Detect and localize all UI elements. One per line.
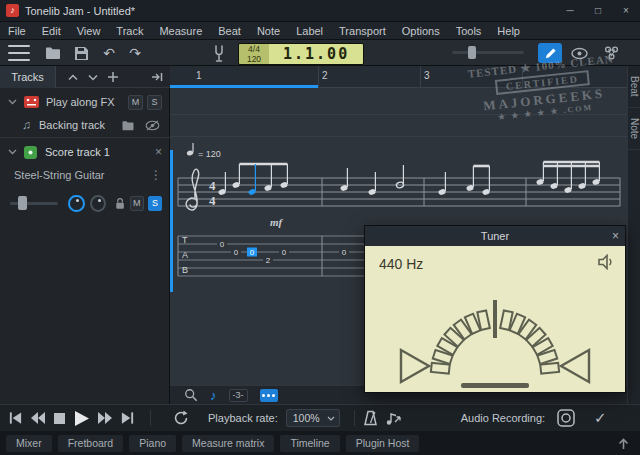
titlebar: ♪ Tonelib Jam - Untitled* ─ □ × bbox=[0, 0, 640, 22]
record-icon[interactable] bbox=[557, 409, 575, 427]
position-display: 4/4 120 1.1.00 bbox=[238, 43, 364, 65]
menu-beat[interactable]: Beat bbox=[210, 24, 249, 38]
menu-measure[interactable]: Measure bbox=[151, 24, 210, 38]
collapse-panel-icon[interactable] bbox=[148, 69, 166, 85]
side-tab-note[interactable]: Note bbox=[628, 108, 640, 150]
tab-letter: B bbox=[182, 265, 188, 275]
stop-icon[interactable] bbox=[53, 412, 66, 425]
menu-note[interactable]: Note bbox=[249, 24, 288, 38]
playback-rate-select[interactable]: 100% bbox=[286, 409, 340, 427]
expand-chevron-icon[interactable] bbox=[8, 99, 17, 105]
track-row-score-track[interactable]: Score track 1 × bbox=[0, 140, 170, 164]
menu-edit[interactable]: Edit bbox=[34, 24, 69, 38]
window-title: Tonelib Jam - Untitled* bbox=[25, 5, 135, 17]
load-file-icon[interactable] bbox=[121, 120, 135, 131]
tab-number[interactable]: 2 bbox=[266, 256, 271, 265]
menu-file[interactable]: File bbox=[0, 24, 34, 38]
pan-knob[interactable] bbox=[68, 195, 84, 212]
time-signature-display: 4/4 120 bbox=[239, 44, 269, 64]
hamburger-menu-icon[interactable] bbox=[8, 45, 30, 61]
solo-button[interactable]: S bbox=[148, 196, 162, 211]
skip-to-end-icon[interactable] bbox=[120, 411, 135, 425]
redo-icon[interactable]: ↷ bbox=[126, 45, 144, 61]
expand-up-icon[interactable] bbox=[617, 437, 630, 450]
tuner-close-icon[interactable]: × bbox=[612, 226, 619, 246]
tab-number[interactable]: 0 bbox=[220, 240, 225, 249]
tuner-gauge bbox=[365, 246, 625, 392]
solo-button[interactable]: S bbox=[147, 95, 162, 110]
mute-button[interactable]: M bbox=[128, 95, 143, 110]
close-track-icon[interactable]: × bbox=[155, 145, 162, 159]
triplet-icon[interactable]: -3- bbox=[229, 389, 248, 402]
skip-to-start-icon[interactable] bbox=[8, 411, 23, 425]
move-track-up-icon[interactable] bbox=[64, 69, 82, 85]
play-icon[interactable] bbox=[73, 410, 90, 427]
app-logo-icon: ♪ bbox=[6, 4, 19, 17]
zoom-slider-handle[interactable] bbox=[468, 46, 476, 59]
rewind-icon[interactable] bbox=[30, 411, 46, 425]
mute-button[interactable]: M bbox=[130, 196, 144, 211]
tab-number[interactable]: 0 bbox=[342, 248, 347, 257]
add-track-icon[interactable] bbox=[104, 69, 122, 85]
track-label: Backing track bbox=[39, 119, 105, 131]
menu-track[interactable]: Track bbox=[108, 24, 151, 38]
side-tab-beat[interactable]: Beat bbox=[628, 66, 640, 108]
statusbar-piano[interactable]: Piano bbox=[129, 435, 176, 452]
tab-number[interactable]: 0 bbox=[282, 248, 287, 257]
open-file-icon[interactable] bbox=[44, 45, 62, 61]
measure-number[interactable]: 3 bbox=[424, 70, 430, 81]
statusbar-plugin-host[interactable]: Plugin Host bbox=[346, 435, 420, 452]
menu-options[interactable]: Options bbox=[394, 24, 448, 38]
visibility-icon[interactable] bbox=[145, 120, 160, 131]
instrument-row[interactable]: Steel-String Guitar ⋮ bbox=[0, 164, 170, 186]
divider bbox=[354, 410, 355, 426]
minimize-button[interactable]: ─ bbox=[556, 0, 584, 22]
check-icon[interactable]: ✓ bbox=[594, 409, 607, 427]
tab-number[interactable]: 0 bbox=[234, 248, 239, 257]
fast-forward-icon[interactable] bbox=[97, 411, 113, 425]
time-sig-bottom: 4 bbox=[209, 193, 216, 208]
volume-fader[interactable] bbox=[10, 202, 58, 205]
close-button[interactable]: × bbox=[612, 0, 640, 22]
move-track-down-icon[interactable] bbox=[84, 69, 102, 85]
track-row-play-along-fx[interactable]: Play along FX M S bbox=[0, 90, 170, 114]
statusbar-mixer[interactable]: Mixer bbox=[6, 435, 52, 452]
menu-tools[interactable]: Tools bbox=[448, 24, 490, 38]
menu-transport[interactable]: Transport bbox=[331, 24, 394, 38]
lock-icon[interactable] bbox=[114, 196, 126, 211]
tab-number[interactable]: 0 bbox=[250, 248, 255, 257]
track-options-icon[interactable]: ⋮ bbox=[150, 168, 162, 182]
chord-library-icon[interactable] bbox=[602, 45, 620, 61]
menu-label[interactable]: Label bbox=[288, 24, 331, 38]
track-label: Score track 1 bbox=[45, 146, 110, 158]
note-mode-icon[interactable]: ♪ bbox=[210, 388, 217, 403]
tuning-fork-icon[interactable] bbox=[210, 45, 228, 61]
statusbar-measure-matrix[interactable]: Measure matrix bbox=[182, 435, 274, 452]
volume-fader-handle[interactable] bbox=[18, 196, 27, 210]
statusbar-timeline[interactable]: Timeline bbox=[280, 435, 339, 452]
view-mode-icon[interactable] bbox=[570, 45, 588, 61]
save-icon[interactable] bbox=[72, 45, 90, 61]
tab-view-icon[interactable] bbox=[260, 389, 278, 402]
tracks-tab[interactable]: Tracks bbox=[0, 66, 56, 88]
measure-number[interactable]: 1 bbox=[196, 70, 202, 81]
menu-view[interactable]: View bbox=[69, 24, 109, 38]
gain-knob[interactable] bbox=[90, 195, 106, 212]
playback-position: 1.1.00 bbox=[269, 44, 363, 64]
zoom-slider[interactable] bbox=[452, 51, 524, 54]
menu-help[interactable]: Help bbox=[489, 24, 528, 38]
tempo-trainer-icon[interactable] bbox=[385, 410, 402, 426]
undo-icon[interactable]: ↶ bbox=[100, 45, 118, 61]
expand-chevron-icon[interactable] bbox=[8, 149, 17, 155]
statusbar-fretboard[interactable]: Fretboard bbox=[58, 435, 124, 452]
tuner-titlebar[interactable]: Tuner × bbox=[365, 226, 625, 246]
maximize-button[interactable]: □ bbox=[584, 0, 612, 22]
track-row-backing-track[interactable]: ♫ Backing track bbox=[0, 114, 170, 136]
edit-mode-button[interactable] bbox=[538, 43, 562, 63]
zoom-icon[interactable] bbox=[184, 388, 198, 402]
tuner-dialog[interactable]: Tuner × 440 Hz bbox=[364, 225, 626, 393]
metronome-icon[interactable] bbox=[363, 410, 378, 426]
loop-icon[interactable] bbox=[173, 410, 189, 426]
measure-number[interactable]: 2 bbox=[322, 70, 328, 81]
playback-rate-label: Playback rate: bbox=[208, 412, 278, 424]
